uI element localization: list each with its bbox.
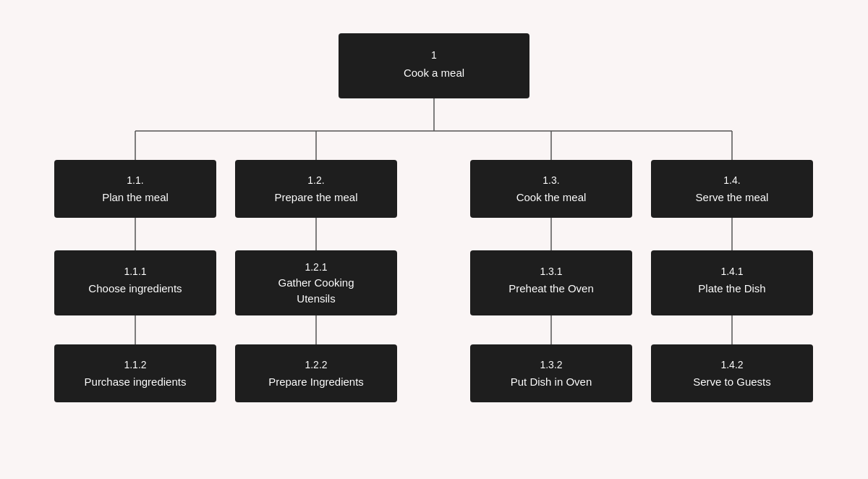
node-1-4-2-number: 1.4.2 [720, 359, 743, 370]
node-1-2-1-number: 1.2.1 [305, 261, 327, 273]
root-number: 1 [431, 49, 437, 61]
node-1-2-1-label-line1: Gather Cooking [278, 276, 354, 289]
node-1-1-label: Plan the meal [102, 191, 169, 203]
node-1-4-label: Serve the meal [696, 191, 769, 203]
root-node [339, 33, 529, 98]
node-1-1-2 [54, 344, 216, 402]
node-1-3-2 [470, 344, 632, 402]
node-1-3-label: Cook the meal [516, 191, 587, 203]
tree-svg: .tree-line { stroke: #555; stroke-width:… [36, 19, 832, 460]
node-1-3-2-number: 1.3.2 [540, 359, 562, 370]
node-1-3 [470, 160, 632, 218]
node-1-4-2 [651, 344, 813, 402]
node-1-1-number: 1.1. [127, 174, 143, 186]
node-1-2-2-number: 1.2.2 [305, 359, 327, 370]
node-1-2-number: 1.2. [307, 174, 324, 186]
root-label: Cook a meal [404, 67, 464, 79]
node-1-1-2-number: 1.1.2 [124, 359, 146, 370]
node-1-4-1-label: Plate the Dish [698, 282, 765, 294]
node-1-4-2-label: Serve to Guests [693, 376, 771, 388]
node-1-2-2 [235, 344, 397, 402]
node-1-4-number: 1.4. [723, 174, 740, 186]
node-1-2-label: Prepare the meal [274, 191, 357, 203]
node-1-2-1-label-line2: Utensils [297, 292, 335, 305]
node-1-1-1-number: 1.1.1 [124, 266, 146, 277]
node-1-2 [235, 160, 397, 218]
node-1-3-1-label: Preheat the Oven [509, 282, 594, 294]
node-1-3-2-label: Put Dish in Oven [511, 376, 592, 388]
diagram: .tree-line { stroke: #555; stroke-width:… [36, 19, 832, 460]
node-1-2-2-label: Prepare Ingredients [268, 376, 364, 388]
node-1-4 [651, 160, 813, 218]
node-1-1-1-label: Choose ingredients [88, 282, 182, 294]
node-1-4-1-number: 1.4.1 [720, 266, 743, 277]
node-1-1 [54, 160, 216, 218]
node-1-3-1-number: 1.3.1 [540, 266, 562, 277]
node-1-1-2-label: Purchase ingredients [85, 376, 187, 388]
node-1-3-number: 1.3. [542, 174, 559, 186]
